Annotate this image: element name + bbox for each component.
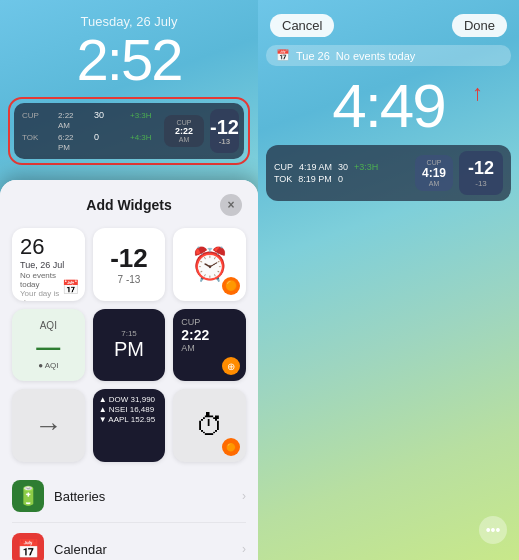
right-num-badge: -12 -13 xyxy=(459,151,503,195)
cal-icon: 📅 xyxy=(62,279,79,295)
small-cup-sub: AM xyxy=(170,136,198,143)
aqi-label-top: AQI xyxy=(40,320,57,331)
right-bottom-dots[interactable]: ••• xyxy=(479,516,507,544)
tile-number[interactable]: -12 7 -13 xyxy=(93,228,166,301)
calendar-chevron: › xyxy=(242,542,246,556)
tile-cal-month: Tue, 26 Jul xyxy=(20,260,64,270)
cup-col2: +3:3H xyxy=(130,111,152,120)
r-cup-label: CUP xyxy=(274,162,293,172)
stock-table: CUP 2:22 AM 30 +3:3H TOK 6:22 PM 0 +4:3H xyxy=(22,110,158,152)
tile-cal-date: 26 xyxy=(20,236,44,258)
tok-col2: +4:3H xyxy=(130,133,152,142)
modal-list: 🔋 Batteries › 📅 Calendar › xyxy=(0,470,258,560)
clock-icon: ⏱ xyxy=(196,409,224,442)
arrow-indicator: ↑ xyxy=(472,80,483,106)
r-cup-delta: +3:3H xyxy=(354,162,378,172)
tile-big-number: -12 xyxy=(110,243,148,274)
cup-clock-icon: ⊕ xyxy=(222,357,240,375)
calendar-label: Calendar xyxy=(54,542,107,557)
cup-s-label: CUP xyxy=(181,317,200,327)
time-label: 7:15 xyxy=(121,329,137,338)
tile-stocks[interactable]: ▲ DOW 31,990 ▲ NSEI 16,489 ▼ AAPL 152.95 xyxy=(93,389,166,462)
cup-time: 2:22 AM xyxy=(58,111,74,130)
modal-close-button[interactable]: × xyxy=(220,194,242,216)
modal-header: Add Widgets × xyxy=(0,180,258,224)
modal-overlay: Add Widgets × 26 Tue, 26 Jul No events t… xyxy=(0,180,258,560)
badge-sub: -13 xyxy=(219,137,231,146)
batteries-icon: 🔋 xyxy=(12,480,44,512)
aqi-sub: ● AQI xyxy=(38,361,58,370)
r-badge-num: -12 xyxy=(468,158,494,179)
r-tok-label: TOK xyxy=(274,174,292,184)
orange-clock-icon: 🟠 xyxy=(222,277,240,295)
r-small-cup-sub: AM xyxy=(420,180,448,187)
cup-col1: 30 xyxy=(94,110,104,120)
right-small-cup: CUP 4:19 AM xyxy=(415,155,453,191)
time-val: PM xyxy=(114,338,144,361)
done-button[interactable]: Done xyxy=(452,14,507,37)
left-header: Tuesday, 26 July 2:52 xyxy=(0,0,258,89)
widget-row: CUP 2:22 AM 30 +3:3H TOK 6:22 PM 0 +4:3H… xyxy=(14,103,244,159)
list-item-calendar[interactable]: 📅 Calendar › xyxy=(12,523,246,560)
tile-aqi[interactable]: AQI — ● AQI xyxy=(12,309,85,382)
r-tok-time: 8:19 PM xyxy=(298,174,332,184)
right-date-bar: 📅 Tue 26 No events today xyxy=(266,45,511,66)
aqi-value: — xyxy=(36,333,60,361)
cancel-button[interactable]: Cancel xyxy=(270,14,334,37)
r-small-cup-label: CUP xyxy=(420,159,448,166)
list-item-batteries[interactable]: 🔋 Batteries › xyxy=(12,470,246,523)
stock-row-1: ▲ DOW 31,990 xyxy=(99,395,155,404)
small-cup-label: CUP xyxy=(170,119,198,126)
cup-s-sub: AM xyxy=(181,343,195,353)
right-widget-area: CUP 4:19 AM 30 +3:3H TOK 8:19 PM 0 CUP 4… xyxy=(266,145,511,201)
left-time: 2:52 xyxy=(0,31,258,89)
cup-s-time: 2:22 xyxy=(181,327,209,343)
tile-num-sub: 7 -13 xyxy=(118,274,141,285)
num-badge: -12 -13 xyxy=(210,109,239,153)
tok-label: TOK xyxy=(22,133,38,142)
r-cup-col1: 30 xyxy=(338,162,348,172)
batteries-label: Batteries xyxy=(54,489,105,504)
tile-clock[interactable]: ⏱ 🟠 xyxy=(173,389,246,462)
r-tok-col1: 0 xyxy=(338,174,343,184)
tile-calendar[interactable]: 26 Tue, 26 Jul No events today Your day … xyxy=(12,228,85,301)
right-date-text: Tue 26 xyxy=(296,50,330,62)
widget-outlined-area: CUP 2:22 AM 30 +3:3H TOK 6:22 PM 0 +4:3H… xyxy=(8,97,250,165)
r-badge-sub: -13 xyxy=(475,179,487,188)
tok-time: 6:22 PM xyxy=(58,133,74,152)
cup-label: CUP xyxy=(22,111,39,120)
stock-row-2: ▲ NSEI 16,489 xyxy=(99,405,155,414)
small-cup-time: 2:22 xyxy=(170,126,198,136)
r-cup-time: 4:19 AM xyxy=(299,162,332,172)
badge-number: -12 xyxy=(210,117,239,137)
arrow-icon: → xyxy=(34,410,62,442)
left-date: Tuesday, 26 July xyxy=(0,14,258,29)
widget-grid: 26 Tue, 26 Jul No events today Your day … xyxy=(0,224,258,470)
right-panel: Cancel Done 📅 Tue 26 No events today 4:4… xyxy=(258,0,519,560)
alarm-icon: ⏰ xyxy=(190,245,230,283)
tile-alarm[interactable]: ⏰ 🟠 xyxy=(173,228,246,301)
tok-col1: 0 xyxy=(94,132,99,142)
calendar-list-icon: 📅 xyxy=(12,533,44,560)
widget-small-cup: CUP 2:22 AM xyxy=(164,115,204,147)
modal-title: Add Widgets xyxy=(38,197,220,213)
tile-cup-small[interactable]: CUP 2:22 AM ⊕ xyxy=(173,309,246,382)
left-panel: Tuesday, 26 July 2:52 CUP 2:22 AM 30 +3:… xyxy=(0,0,258,560)
right-top-bar: Cancel Done xyxy=(258,0,519,45)
batteries-chevron: › xyxy=(242,489,246,503)
r-small-cup-time: 4:19 xyxy=(420,166,448,180)
clock-orange-icon: 🟠 xyxy=(222,438,240,456)
stock-row-3: ▼ AAPL 152.95 xyxy=(99,415,156,424)
right-stock-table: CUP 4:19 AM 30 +3:3H TOK 8:19 PM 0 xyxy=(274,162,409,184)
right-events-text: No events today xyxy=(336,50,416,62)
tile-arrow[interactable]: → xyxy=(12,389,85,462)
right-calendar-icon: 📅 xyxy=(276,49,290,62)
tile-time-big[interactable]: 7:15 PM xyxy=(93,309,166,382)
